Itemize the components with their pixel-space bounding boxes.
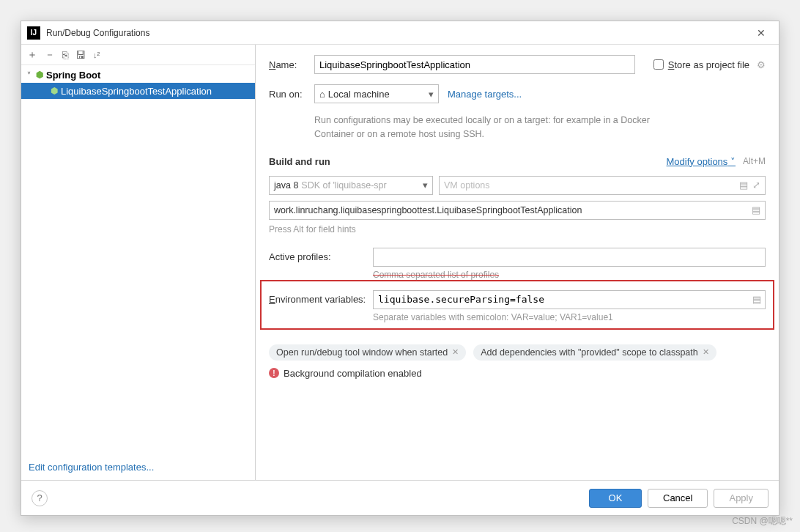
tree-root-spring-boot[interactable]: ˅ ⬢ Spring Boot — [21, 67, 255, 83]
close-icon[interactable]: ✕ — [452, 347, 459, 357]
pill-open-tool-window[interactable]: Open run/debug tool window when started … — [269, 344, 466, 361]
document-icon[interactable]: ▤ — [739, 180, 748, 191]
gear-icon[interactable]: ⚙ — [757, 59, 766, 70]
tree-item-label: LiquibaseSpringbootTestApplication — [61, 86, 212, 97]
close-icon[interactable]: ✕ — [749, 21, 773, 45]
expand-icon[interactable]: ⤢ — [752, 180, 760, 191]
env-highlight-box: Environment variables: ▤ Separate variab… — [260, 280, 774, 330]
spring-boot-icon: ⬢ — [51, 86, 58, 96]
config-tree: ˅ ⬢ Spring Boot ⬢ LiquibaseSpringbootTes… — [21, 65, 255, 454]
dialog-footer: ? OK Cancel Apply — [21, 480, 779, 515]
env-label: Environment variables: — [269, 294, 373, 305]
active-profiles-label: Active profiles: — [269, 251, 373, 262]
modify-shortcut: Alt+M — [743, 156, 766, 166]
run-debug-config-dialog: IJ Run/Debug Configurations ✕ ＋ － ⎘ 🖫 ↓²… — [21, 21, 779, 516]
main-class-input[interactable]: work.linruchang.liquibasespringboottest.… — [269, 201, 766, 220]
apply-button[interactable]: Apply — [714, 489, 768, 508]
chevron-down-icon: ▾ — [423, 180, 428, 191]
active-profiles-hint: Comma separated list of profiles — [373, 270, 766, 280]
env-input[interactable] — [373, 290, 766, 309]
env-hint: Separate variables with semicolon: VAR=v… — [373, 312, 766, 322]
list-icon[interactable]: ▤ — [752, 294, 761, 305]
alt-hint: Press Alt for field hints — [269, 224, 766, 234]
warning-icon: ! — [269, 368, 279, 378]
warning-text: Background compilation enabled — [284, 368, 422, 379]
name-row: Name: Store as project file ⚙ — [269, 55, 766, 74]
name-input[interactable] — [314, 55, 635, 74]
tree-root-label: Spring Boot — [46, 70, 100, 81]
active-profiles-input[interactable] — [373, 248, 766, 267]
add-config-icon[interactable]: ＋ — [27, 48, 37, 62]
spring-boot-icon: ⬢ — [36, 70, 43, 80]
remove-config-icon[interactable]: － — [45, 48, 55, 62]
sdk-hint: SDK of 'liquibase-spr — [301, 180, 420, 191]
edit-templates-link[interactable]: Edit configuration templates... — [21, 454, 255, 480]
sidebar: ＋ － ⎘ 🖫 ↓² ˅ ⬢ Spring Boot ⬢ LiquibaseSp… — [21, 45, 256, 480]
tree-item-selected[interactable]: ⬢ LiquibaseSpringbootTestApplication — [21, 83, 255, 99]
main-class-value: work.linruchang.liquibasespringboottest.… — [274, 205, 582, 215]
chevron-down-icon: ˅ — [730, 156, 736, 167]
options-pills: Open run/debug tool window when started … — [269, 344, 766, 361]
runon-label: Run on: — [269, 89, 314, 100]
store-checkbox[interactable] — [653, 59, 664, 70]
dialog-title: Run/Debug Configurations — [46, 28, 749, 38]
runon-value: Local machine — [328, 89, 390, 100]
warning-row: ! Background compilation enabled — [269, 368, 766, 379]
build-run-title: Build and run — [269, 156, 330, 167]
help-icon[interactable]: ? — [32, 490, 48, 506]
pill-provided-scope[interactable]: Add dependencies with "provided" scope t… — [473, 344, 716, 361]
modify-options-label: Modify options — [667, 156, 728, 167]
sort-config-icon[interactable]: ↓² — [93, 51, 100, 59]
titlebar: IJ Run/Debug Configurations ✕ — [21, 21, 779, 45]
runon-hint: Run configurations may be executed local… — [314, 114, 666, 141]
runon-select[interactable]: ⌂ Local machine ▾ — [314, 84, 439, 103]
name-label: Name: — [269, 59, 314, 70]
watermark: CSDN @嗯嗯** — [732, 515, 793, 528]
close-icon[interactable]: ✕ — [703, 347, 709, 357]
cancel-button[interactable]: Cancel — [648, 489, 708, 508]
modify-options-link[interactable]: Modify options ˅ — [667, 156, 736, 167]
pill-label: Add dependencies with "provided" scope t… — [481, 347, 698, 358]
store-label: Store as project file — [668, 59, 749, 70]
save-config-icon[interactable]: 🖫 — [75, 49, 86, 61]
ok-button[interactable]: OK — [589, 489, 642, 508]
sdk-value: java 8 — [274, 180, 298, 191]
sdk-select[interactable]: java 8 SDK of 'liquibase-spr ▾ — [269, 176, 433, 195]
sidebar-toolbar: ＋ － ⎘ 🖫 ↓² — [21, 45, 255, 65]
document-icon[interactable]: ▤ — [752, 204, 760, 215]
active-profiles-row: Active profiles: — [269, 248, 766, 267]
chevron-down-icon: ˅ — [27, 71, 36, 79]
store-as-project-file[interactable]: Store as project file ⚙ — [653, 59, 766, 70]
manage-targets-link[interactable]: Manage targets... — [448, 89, 522, 100]
sdk-vm-row: java 8 SDK of 'liquibase-spr ▾ VM option… — [269, 176, 766, 195]
pill-label: Open run/debug tool window when started — [276, 347, 448, 358]
build-run-header: Build and run Modify options ˅ Alt+M — [269, 156, 766, 167]
intellij-icon: IJ — [27, 26, 40, 40]
vm-options-input[interactable]: VM options ▤ ⤢ — [439, 176, 766, 195]
vm-placeholder: VM options — [444, 180, 490, 191]
chevron-down-icon: ▾ — [429, 89, 434, 100]
env-row: Environment variables: ▤ — [269, 290, 766, 309]
runon-row: Run on: ⌂ Local machine ▾ Manage targets… — [269, 84, 766, 103]
dialog-body: ＋ － ⎘ 🖫 ↓² ˅ ⬢ Spring Boot ⬢ LiquibaseSp… — [21, 45, 779, 480]
home-icon: ⌂ — [319, 89, 325, 100]
copy-config-icon[interactable]: ⎘ — [62, 49, 68, 61]
main-panel: Name: Store as project file ⚙ Run on: ⌂ … — [256, 45, 779, 480]
